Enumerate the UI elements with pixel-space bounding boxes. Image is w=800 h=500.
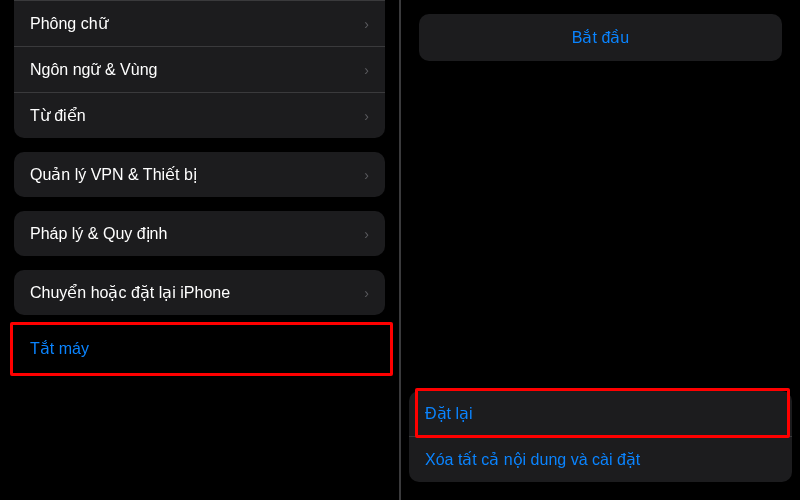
shutdown-label: Tắt máy	[30, 340, 89, 357]
row-legal-regulatory[interactable]: Pháp lý & Quy định ›	[14, 211, 385, 256]
chevron-right-icon: ›	[364, 285, 369, 301]
chevron-right-icon: ›	[364, 16, 369, 32]
row-label: Phông chữ	[30, 14, 356, 33]
start-button[interactable]: Bắt đầu	[419, 14, 782, 61]
group-transfer-reset: Chuyển hoặc đặt lại iPhone ›	[14, 270, 385, 315]
row-label: Quản lý VPN & Thiết bị	[30, 165, 356, 184]
row-label: Xóa tất cả nội dung và cài đặt	[425, 450, 776, 469]
chevron-right-icon: ›	[364, 167, 369, 183]
row-transfer-reset-iphone[interactable]: Chuyển hoặc đặt lại iPhone ›	[14, 270, 385, 315]
row-label: Pháp lý & Quy định	[30, 224, 356, 243]
row-language-region[interactable]: Ngôn ngữ & Vùng ›	[14, 46, 385, 92]
row-dictionary[interactable]: Từ điển ›	[14, 92, 385, 138]
group-vpn-device: Quản lý VPN & Thiết bị ›	[14, 152, 385, 197]
settings-general-panel: Phông chữ › Ngôn ngữ & Vùng › Từ điển › …	[0, 0, 401, 500]
start-label: Bắt đầu	[572, 29, 629, 46]
row-shutdown[interactable]: Tắt máy	[8, 329, 391, 368]
row-label: Ngôn ngữ & Vùng	[30, 60, 356, 79]
screenshot-container: Phông chữ › Ngôn ngữ & Vùng › Từ điển › …	[0, 0, 800, 500]
row-vpn-device-management[interactable]: Quản lý VPN & Thiết bị ›	[14, 152, 385, 197]
chevron-right-icon: ›	[364, 226, 369, 242]
group-legal: Pháp lý & Quy định ›	[14, 211, 385, 256]
row-label: Từ điển	[30, 106, 356, 125]
row-fonts[interactable]: Phông chữ ›	[14, 0, 385, 46]
row-reset[interactable]: Đặt lại	[409, 391, 792, 436]
transfer-reset-panel: Bắt đầu Đặt lại Xóa tất cả nội dung và c…	[401, 0, 800, 500]
group-text-lang: Phông chữ › Ngôn ngữ & Vùng › Từ điển ›	[14, 0, 385, 138]
row-label: Đặt lại	[425, 404, 776, 423]
chevron-right-icon: ›	[364, 62, 369, 78]
chevron-right-icon: ›	[364, 108, 369, 124]
group-reset-options: Đặt lại Xóa tất cả nội dung và cài đặt	[409, 391, 792, 482]
row-erase-all[interactable]: Xóa tất cả nội dung và cài đặt	[409, 436, 792, 482]
row-label: Chuyển hoặc đặt lại iPhone	[30, 283, 356, 302]
